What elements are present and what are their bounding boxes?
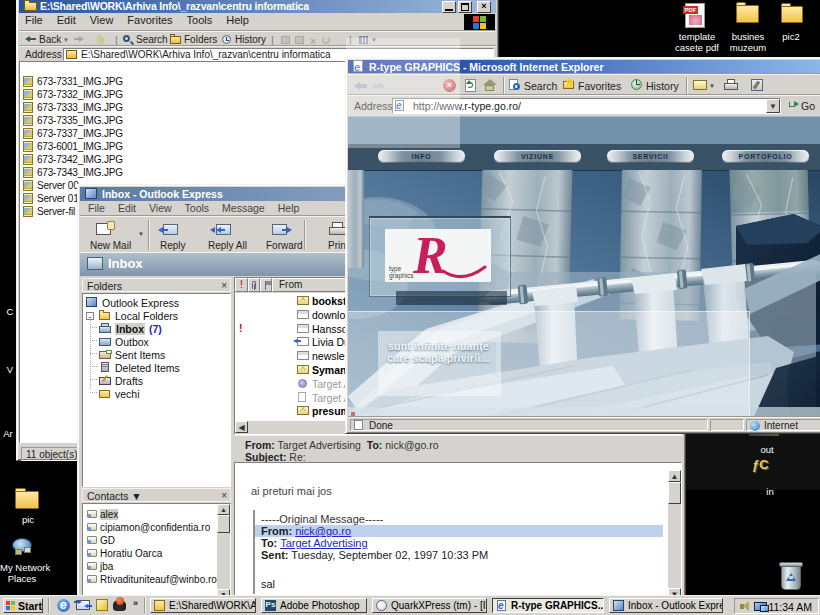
svg-text:R: R <box>412 229 448 282</box>
svg-text:graphics: graphics <box>389 272 414 280</box>
